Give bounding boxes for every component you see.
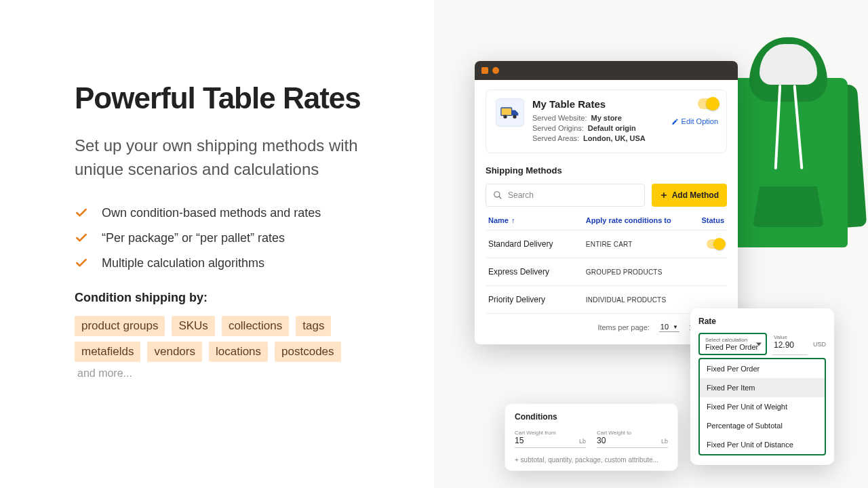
window-control-icon — [481, 67, 488, 74]
bullet-text: Own condition-based methods and rates — [102, 206, 321, 220]
calculation-select[interactable]: Select calculation Fixed Per Order — [698, 333, 767, 355]
shipping-methods-heading: Shipping Methods — [486, 165, 727, 176]
dropdown-item[interactable]: Percentage of Subtotal — [700, 416, 825, 435]
search-placeholder: Search — [508, 190, 534, 200]
page-subtitle: Set up your own shipping methods with un… — [75, 134, 397, 182]
add-method-button[interactable]: Add Method — [652, 184, 727, 207]
value-number: 12.90 — [774, 340, 806, 350]
and-more-label: and more... — [75, 367, 132, 380]
select-value: Fixed Per Order — [705, 343, 760, 351]
select-label: Select calculation — [705, 337, 760, 343]
cell-name: Express Delivery — [488, 267, 586, 277]
table-row[interactable]: Priority Delivery INDIVIDUAL PRODUCTS — [486, 285, 727, 313]
field-value: 30 — [597, 436, 668, 445]
summary-card: My Table Rates Served Website:My store S… — [486, 89, 727, 153]
cell-name: Standard Delivery — [488, 239, 586, 249]
bullet-item: “Per package” or “per pallet” rates — [75, 231, 397, 245]
edit-option-link[interactable]: Edit Option — [671, 117, 718, 125]
chevron-down-icon: ▼ — [673, 324, 678, 330]
enable-toggle[interactable] — [698, 98, 718, 109]
plus-icon — [660, 191, 668, 199]
card-row-value: My store — [591, 114, 622, 122]
unit-label: Lb — [661, 438, 668, 445]
truck-icon — [496, 98, 524, 127]
card-row-label: Served Origins: — [532, 124, 584, 132]
weight-to-input[interactable]: Cart Weight to 30 Lb — [597, 430, 668, 448]
sort-up-icon: ↑ — [511, 216, 515, 224]
bullet-item: Own condition-based methods and rates — [75, 206, 397, 220]
chip: product groups — [75, 316, 165, 336]
bullet-text: Multiple calculation algorithms — [102, 256, 264, 270]
svg-line-4 — [499, 197, 502, 199]
cell-apply: ENTIRE CART — [586, 241, 690, 248]
chip: postcodes — [275, 342, 341, 362]
svg-rect-0 — [501, 108, 512, 115]
card-row-label: Served Website: — [532, 114, 587, 122]
chip: vendors — [147, 342, 201, 362]
page-title: Powerful Table Rates — [75, 81, 397, 115]
cell-apply: GROUPED PRODUCTS — [586, 268, 690, 276]
row-toggle[interactable] — [707, 239, 724, 249]
cell-apply: INDIVIDUAL PRODUCTS — [586, 296, 690, 304]
currency-label: USD — [813, 341, 826, 348]
rate-title: Rate — [698, 317, 826, 326]
svg-point-3 — [494, 192, 500, 197]
search-input[interactable]: Search — [486, 184, 645, 207]
check-icon — [75, 231, 88, 245]
field-label: Cart Weight from — [515, 430, 586, 436]
value-label: Value — [774, 334, 806, 340]
chip: collections — [222, 316, 289, 336]
chip: locations — [209, 342, 268, 362]
chip: metafields — [75, 342, 140, 362]
app-titlebar — [475, 61, 738, 80]
svg-point-1 — [503, 115, 507, 119]
conditions-panel: Conditions Cart Weight from 15 Lb Cart W… — [505, 403, 678, 471]
field-value: 15 — [515, 436, 586, 445]
dropdown-item[interactable]: Fixed Per Unit of Weight — [700, 397, 825, 416]
table-row[interactable]: Express Delivery GROUPED PRODUCTS — [486, 258, 727, 285]
svg-point-2 — [513, 115, 516, 119]
bullet-item: Multiple calculation algorithms — [75, 256, 397, 270]
dropdown-item[interactable]: Fixed Per Item — [700, 378, 825, 397]
col-apply[interactable]: Apply rate conditions to — [586, 216, 690, 224]
marketing-pane: Powerful Table Rates Set up your own shi… — [0, 0, 434, 488]
table-row[interactable]: Standard Delivery ENTIRE CART — [486, 230, 727, 258]
chip: SKUs — [172, 316, 214, 336]
cell-name: Priority Delivery — [488, 295, 586, 304]
chevron-down-icon — [756, 342, 762, 346]
check-icon — [75, 256, 88, 270]
bullet-text: “Per package” or “per pallet” rates — [102, 231, 285, 245]
calculation-dropdown: Fixed Per Order Fixed Per Item Fixed Per… — [698, 358, 826, 455]
dropdown-item[interactable]: Fixed Per Unit of Distance — [700, 435, 825, 454]
col-name[interactable]: Name ↑ — [488, 216, 586, 224]
unit-label: Lb — [579, 438, 586, 445]
chip: tags — [296, 316, 331, 336]
check-icon — [75, 206, 88, 220]
card-row-value: London, UK, USA — [583, 134, 646, 142]
card-row-label: Served Areas: — [532, 134, 579, 142]
card-row-value: Default origin — [588, 124, 636, 132]
edit-option-label: Edit Option — [682, 117, 718, 125]
window-control-icon — [492, 67, 499, 74]
rate-panel: Rate Select calculation Fixed Per Order … — [690, 308, 834, 465]
col-status[interactable]: Status — [690, 216, 724, 224]
rate-value-input[interactable]: Value 12.90 — [772, 333, 808, 355]
conditions-more-text: + subtotal, quantity, package, custom at… — [515, 456, 668, 464]
weight-from-input[interactable]: Cart Weight from 15 Lb — [515, 430, 586, 448]
add-method-label: Add Method — [672, 190, 719, 200]
search-icon — [493, 190, 502, 200]
items-per-page-select[interactable]: 10▼ — [659, 322, 679, 332]
conditions-title: Conditions — [515, 412, 668, 422]
card-title: My Table Rates — [532, 98, 717, 110]
field-label: Cart Weight to — [597, 430, 668, 436]
dropdown-item[interactable]: Fixed Per Order — [700, 359, 825, 378]
condition-heading: Condition shipping by: — [75, 291, 397, 305]
items-per-page-label: Items per page: — [597, 323, 649, 331]
app-window: My Table Rates Served Website:My store S… — [475, 61, 738, 344]
